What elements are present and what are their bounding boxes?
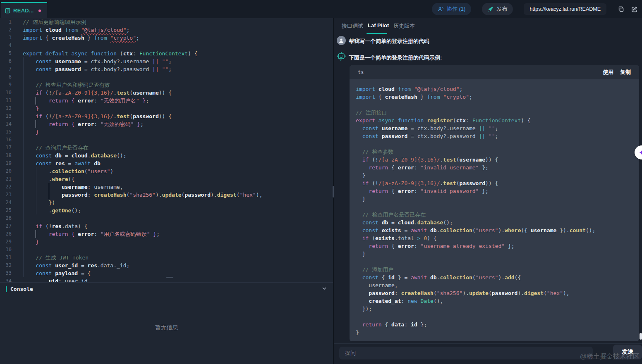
code-editor[interactable]: 1234567891011121314151617181920212223242… <box>0 18 333 282</box>
line-number: 29 <box>0 238 13 246</box>
tab-laf-pilot[interactable]: Laf Pilot <box>368 22 389 29</box>
code-line[interactable]: // 检查用户名和密码是否有效 <box>23 81 262 89</box>
console-collapse-chevron-icon[interactable] <box>321 285 327 293</box>
people-icon <box>438 6 444 12</box>
code-line[interactable]: return { error: "无效的用户名" }; <box>23 97 262 105</box>
editor-hscrollbar-thumb[interactable] <box>166 277 173 278</box>
publish-label: 发布 <box>496 5 507 13</box>
code-line <box>356 258 639 266</box>
tab-api-debug[interactable]: 接口调试 <box>342 22 363 30</box>
line-number: 3 <box>0 34 13 42</box>
code-line[interactable]: const db = cloud.database(); <box>23 152 262 159</box>
code-line[interactable]: } <box>23 128 262 136</box>
code-line: if (!/[a-zA-Z0-9]{3,16}/.test(username))… <box>356 156 639 164</box>
line-number: 12 <box>0 105 13 112</box>
file-icon <box>5 8 10 14</box>
line-number: 20 <box>0 167 13 175</box>
code-line: // 添加用户 <box>356 266 639 274</box>
console-empty-text: 暂无信息 <box>0 324 333 331</box>
line-number: 16 <box>0 136 13 144</box>
code-line: if (!/[a-zA-Z0-9]{3,16}/.test(password))… <box>356 179 639 187</box>
code-line[interactable]: // 生成 JWT Token <box>23 254 262 262</box>
code-line[interactable]: const username = ctx.body?.username || "… <box>23 57 262 65</box>
collaborate-label: 协作 (1) <box>447 5 466 13</box>
code-line[interactable]: import cloud from "@lafjs/cloud"; <box>23 26 262 34</box>
copy-code-button[interactable]: 复制 <box>620 69 631 76</box>
code-line[interactable] <box>23 42 262 50</box>
code-line[interactable]: .collection("users") <box>23 167 262 175</box>
collaborate-button[interactable]: 协作 (1) <box>432 3 472 15</box>
code-line[interactable] <box>23 246 262 254</box>
code-line[interactable]: if (!/[a-zA-Z0-9]{3,16}/.test(username))… <box>23 89 262 97</box>
code-line[interactable]: if (!res.data) { <box>23 222 262 230</box>
line-number: 24 <box>0 199 13 207</box>
line-number: 8 <box>0 73 13 81</box>
line-number: 14 <box>0 120 13 128</box>
user-message: 帮我写一个简单的登录注册的代码 <box>349 38 429 45</box>
code-line: username, <box>356 281 639 289</box>
code-line[interactable]: .getOne(); <box>23 207 262 214</box>
code-line[interactable]: } <box>23 105 262 112</box>
line-number: 26 <box>0 214 13 222</box>
line-number: 33 <box>0 269 13 277</box>
code-language-label: ts <box>358 69 364 75</box>
code-line[interactable]: const payload = { <box>23 269 262 277</box>
line-number: 32 <box>0 262 13 269</box>
code-block-header: ts 使用 复制 <box>350 65 639 79</box>
code-line[interactable]: password: createHash("sha256").update(pa… <box>23 191 262 199</box>
code-line[interactable]: if (!/[a-zA-Z0-9]{3,16}/.test(password))… <box>23 112 262 120</box>
line-number: 13 <box>0 112 13 120</box>
code-line: export async function register(ctx: Func… <box>356 117 639 124</box>
code-line[interactable]: // 查询用户是否存在 <box>23 144 262 152</box>
tab-history[interactable]: 历史版本 <box>393 22 415 30</box>
app-url[interactable]: https://keacyz.laf.run/README <box>524 3 606 15</box>
code-line: import { createHash } from "crypto"; <box>356 93 639 101</box>
bot-message: 下面是一个简单的登录注册的代码示例: <box>349 54 442 62</box>
code-line[interactable]: const user_id = res.data._id; <box>23 262 262 269</box>
rocket-icon <box>488 6 493 12</box>
code-line[interactable]: return { error: "用户名或密码错误" }; <box>23 230 262 238</box>
code-line: return { error: "invalid password" }; <box>356 187 639 195</box>
chat-code: import cloud from "@lafjs/cloud";import … <box>350 79 639 341</box>
line-number: 9 <box>0 81 13 89</box>
code-line: const password = ctx.body?.password || "… <box>356 132 639 140</box>
question-input[interactable] <box>339 347 593 359</box>
code-line[interactable]: .where({ <box>23 175 262 183</box>
publish-button[interactable]: 发布 <box>482 3 513 15</box>
edit-icon[interactable] <box>630 5 638 13</box>
copy-url-icon[interactable] <box>617 5 625 13</box>
code-line[interactable]: return { error: "无效的密码" }; <box>23 120 262 128</box>
use-code-button[interactable]: 使用 <box>603 69 613 76</box>
code-line <box>356 203 639 211</box>
line-number: 4 <box>0 42 13 50</box>
line-number: 34 <box>0 277 13 282</box>
code-line[interactable]: // 随后更新前端调用示例 <box>23 18 262 26</box>
code-line[interactable]: const password = ctx.body?.password || "… <box>23 65 262 73</box>
file-tab-readme[interactable]: READ... <box>1 2 47 18</box>
send-button[interactable]: 发送 <box>613 345 642 359</box>
code-line: } <box>356 328 639 336</box>
code-line[interactable] <box>23 73 262 81</box>
code-line[interactable]: username: username, <box>23 183 262 191</box>
code-line[interactable]: uid: user_id <box>23 277 262 282</box>
line-number: 10 <box>0 89 13 97</box>
chat-code-block: ts 使用 复制 import cloud from "@lafjs/cloud… <box>350 65 639 341</box>
line-number: 23 <box>0 191 13 199</box>
line-number: 27 <box>0 222 13 230</box>
panel-scrollbar-thumb[interactable] <box>640 333 642 340</box>
line-number: 15 <box>0 128 13 136</box>
code-line[interactable]: } <box>23 238 262 246</box>
code-line: return { error: "username already existe… <box>356 242 639 250</box>
console-panel: Console 暂无信息 <box>0 282 333 364</box>
code-line[interactable] <box>23 136 262 144</box>
editor-code: // 随后更新前端调用示例import cloud from "@lafjs/c… <box>23 18 262 282</box>
code-line[interactable]: import { createHash } from "crypto"; <box>23 34 262 42</box>
code-line[interactable] <box>23 214 262 222</box>
line-number: 21 <box>0 175 13 183</box>
console-accent-bar <box>6 286 7 292</box>
file-tab-label: READ... <box>13 7 34 14</box>
code-line: } <box>356 171 639 179</box>
code-line[interactable]: export default async function (ctx: Func… <box>23 50 262 57</box>
code-line[interactable]: const res = await db <box>23 159 262 167</box>
code-line[interactable]: }) <box>23 199 262 207</box>
